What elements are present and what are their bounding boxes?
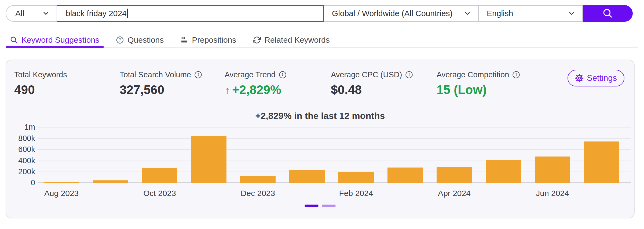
- chart-bars: [38, 127, 631, 183]
- tab-keyword-suggestions[interactable]: Keyword Suggestions: [6, 33, 104, 47]
- bar-jul-2024[interactable]: [584, 141, 619, 183]
- info-icon[interactable]: [512, 71, 520, 79]
- stat-label: Average Competition: [437, 70, 520, 79]
- bar-feb-2024[interactable]: [338, 172, 374, 183]
- tab-label: Related Keywords: [264, 35, 330, 45]
- chart-plot: [38, 127, 631, 183]
- bar-sep-2023[interactable]: [93, 180, 128, 183]
- tab-label: Keyword Suggestions: [21, 35, 99, 45]
- refresh-icon: [253, 36, 261, 44]
- x-tick-label: Dec 2023: [241, 189, 275, 198]
- stat-average-trend: Average Trend ↑+2,829%: [225, 70, 287, 97]
- bar-jan-2024[interactable]: [289, 170, 325, 183]
- carousel-page-1[interactable]: [305, 205, 319, 207]
- svg-text:?: ?: [119, 38, 121, 43]
- country-select-value: Global / Worldwide (All Countries): [332, 9, 453, 18]
- bar-mar-2024[interactable]: [387, 168, 423, 183]
- settings-button-label: Settings: [587, 73, 617, 83]
- bar-dec-2023[interactable]: [240, 176, 276, 183]
- language-select[interactable]: English: [478, 5, 583, 22]
- x-tick-label: Jun 2024: [536, 189, 569, 198]
- x-tick-label: Feb 2024: [339, 189, 373, 198]
- category-select-value: All: [15, 9, 24, 18]
- y-tick-label: 400k: [6, 156, 35, 165]
- y-tick-label: 1m: [6, 123, 35, 131]
- language-select-value: English: [487, 9, 513, 18]
- tab-related-keywords[interactable]: Related Keywords: [248, 33, 334, 47]
- search-input[interactable]: black friday 2024: [57, 5, 324, 22]
- magnifier-icon: [602, 8, 613, 19]
- info-icon[interactable]: [194, 71, 202, 79]
- up-arrow-icon: ↑: [225, 84, 230, 96]
- bar-aug-2023[interactable]: [44, 182, 79, 183]
- stat-value: ↑+2,829%: [225, 82, 287, 97]
- bar-oct-2023[interactable]: [142, 168, 177, 183]
- country-select[interactable]: Global / Worldwide (All Countries): [323, 5, 479, 22]
- chevron-down-icon: [42, 10, 50, 17]
- y-tick-label: 200k: [6, 167, 35, 176]
- stat-value: 15 (Low): [437, 82, 520, 97]
- top-search-bar: All black friday 2024 Global / Worldwide…: [6, 5, 633, 22]
- stat-value: 327,560: [120, 82, 202, 97]
- chevron-down-icon: [568, 10, 575, 17]
- chart-title: +2,829% in the last 12 months: [6, 111, 634, 121]
- x-tick-label: Apr 2024: [438, 189, 471, 198]
- search-button[interactable]: [583, 5, 633, 22]
- tab-prepositions[interactable]: Prepositions: [176, 33, 240, 47]
- settings-button[interactable]: Settings: [568, 70, 624, 86]
- info-icon[interactable]: [279, 71, 287, 79]
- question-icon: ?: [116, 36, 124, 44]
- stat-value: $0.48: [331, 82, 413, 97]
- bar-may-2024[interactable]: [486, 160, 521, 183]
- tab-label: Prepositions: [192, 35, 236, 45]
- result-tabs: Keyword Suggestions ? Questions Preposit…: [6, 33, 638, 48]
- chart-y-axis: 1m800k600k400k200k0: [6, 127, 35, 183]
- keyword-overview-card: Total Keywords 490 Total Search Volume 3…: [6, 60, 635, 218]
- stat-total-keywords: Total Keywords 490: [14, 70, 67, 97]
- search-input-value: black friday 2024: [66, 9, 127, 18]
- bar-jun-2024[interactable]: [535, 157, 570, 183]
- gear-icon: [575, 74, 584, 82]
- list-icon: [180, 36, 188, 44]
- x-tick-label: Oct 2023: [143, 189, 176, 198]
- y-tick-label: 600k: [6, 145, 35, 154]
- carousel-indicator: [305, 205, 336, 207]
- y-tick-label: 0: [6, 178, 35, 187]
- stat-label: Average CPC (USD): [331, 70, 413, 79]
- stat-average-cpc: Average CPC (USD) $0.48: [331, 70, 413, 97]
- stat-average-competition: Average Competition 15 (Low): [437, 70, 520, 97]
- bar-apr-2024[interactable]: [437, 167, 472, 183]
- tab-label: Questions: [127, 35, 164, 45]
- search-icon: [10, 36, 18, 44]
- chart-x-axis: Aug 2023Oct 2023Dec 2023Feb 2024Apr 2024…: [38, 189, 631, 199]
- stat-value: 490: [14, 82, 67, 97]
- carousel-page-2[interactable]: [322, 205, 336, 207]
- tab-questions[interactable]: ? Questions: [112, 33, 168, 47]
- stat-label: Total Keywords: [14, 70, 67, 79]
- x-tick-label: Aug 2023: [44, 189, 79, 198]
- stat-label: Average Trend: [225, 70, 287, 79]
- bar-nov-2023[interactable]: [191, 136, 226, 183]
- chevron-down-icon: [464, 10, 471, 17]
- category-select[interactable]: All: [6, 5, 57, 22]
- stat-label: Total Search Volume: [120, 70, 202, 79]
- info-icon[interactable]: [405, 71, 413, 79]
- stat-total-search-volume: Total Search Volume 327,560: [120, 70, 202, 97]
- text-caret: [127, 9, 128, 18]
- y-tick-label: 800k: [6, 134, 35, 143]
